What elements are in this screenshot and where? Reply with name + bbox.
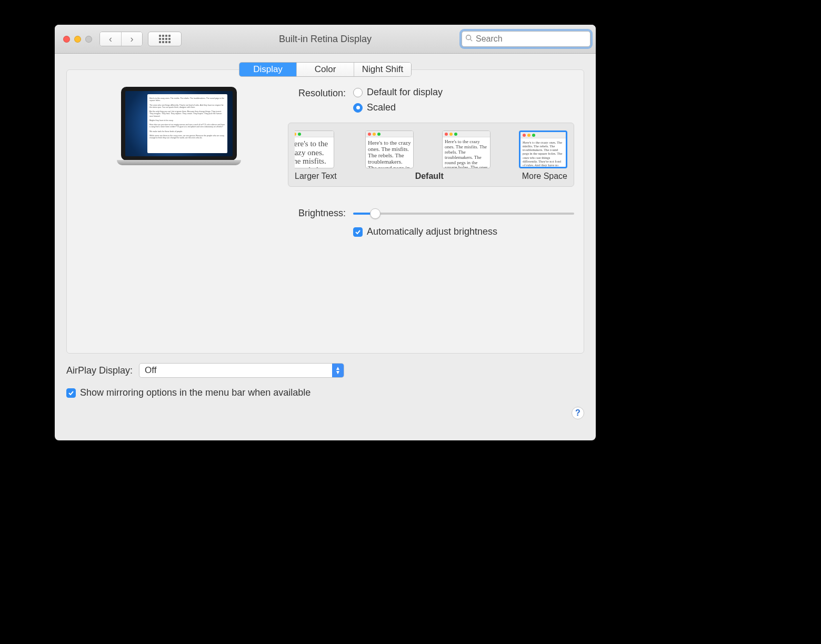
brightness-row: Brightness: <box>288 208 574 219</box>
mirroring-row[interactable]: Show mirroring options in the menu bar w… <box>66 387 584 398</box>
resolution-option-default[interactable]: Here's to the crazy ones. The misfits. T… <box>442 130 490 168</box>
auto-brightness-row[interactable]: Automatically adjust brightness <box>353 226 574 237</box>
airplay-label: AirPlay Display: <box>66 365 133 376</box>
search-icon <box>465 34 473 44</box>
chevron-right-icon: › <box>131 34 134 45</box>
brightness-knob[interactable] <box>370 208 381 219</box>
device-preview: Here's to the crazy ones. The misfits. T… <box>76 84 282 237</box>
radio-label: Default for display <box>367 87 443 98</box>
nav-segment: ‹ › <box>99 32 143 46</box>
auto-brightness-checkbox[interactable] <box>353 227 363 237</box>
close-window-button[interactable] <box>63 36 70 43</box>
minimize-window-button[interactable] <box>74 36 81 43</box>
traffic-lights <box>63 36 92 43</box>
scale-label-left: Larger Text <box>295 172 337 181</box>
help-button[interactable]: ? <box>572 407 584 419</box>
tab-bar: Display Color Night Shift <box>239 62 412 77</box>
radio-scaled[interactable]: Scaled <box>353 102 443 113</box>
search-input[interactable] <box>475 34 587 44</box>
preferences-window: ‹ › Built-in Retina Display Display Colo… <box>55 25 596 440</box>
svg-point-0 <box>466 35 471 40</box>
content: Display Color Night Shift Here's to the … <box>55 54 596 408</box>
forward-button[interactable]: › <box>121 32 142 46</box>
airplay-row: AirPlay Display: Off ▲▼ <box>66 363 584 378</box>
toolbar: ‹ › Built-in Retina Display <box>55 25 596 54</box>
zoom-window-button[interactable] <box>85 36 92 43</box>
resolution-option-more-space[interactable]: Here's to the crazy ones. The misfits. T… <box>519 130 567 168</box>
auto-brightness-label: Automatically adjust brightness <box>367 226 497 237</box>
scale-label-default: Default <box>415 172 444 181</box>
resolution-option-larger-text[interactable]: Here's to the crazy ones. The misfits. T… <box>295 130 337 168</box>
tab-night-shift[interactable]: Night Shift <box>354 63 411 76</box>
resolution-option-2[interactable]: Here's to the crazy ones. The misfits. T… <box>365 130 414 168</box>
mirroring-label: Show mirroring options in the menu bar w… <box>80 387 311 398</box>
brightness-slider[interactable] <box>353 208 574 219</box>
resolution-label: Resolution: <box>288 87 346 99</box>
radio-label: Scaled <box>367 102 396 113</box>
select-stepper-icon: ▲▼ <box>332 364 344 377</box>
svg-line-1 <box>470 39 473 42</box>
brightness-label: Brightness: <box>288 208 346 219</box>
mirroring-checkbox[interactable] <box>66 388 76 398</box>
resolution-section: Resolution: Default for display Scaled <box>288 84 574 237</box>
back-button[interactable]: ‹ <box>100 32 121 46</box>
scaled-resolution-picker: Here's to the crazy ones. The misfits. T… <box>288 123 574 187</box>
preview-window: Here's to the crazy ones. The misfits. T… <box>147 94 227 153</box>
airplay-select[interactable]: Off ▲▼ <box>139 363 344 378</box>
radio-default-for-display[interactable]: Default for display <box>353 87 443 98</box>
scale-label-right: More Space <box>522 172 567 181</box>
show-all-button[interactable] <box>148 32 182 46</box>
grid-icon <box>159 35 171 43</box>
airplay-value: Off <box>139 365 162 376</box>
search-field[interactable] <box>462 31 590 47</box>
chevron-left-icon: ‹ <box>109 34 112 45</box>
tab-display[interactable]: Display <box>239 63 296 76</box>
tab-color[interactable]: Color <box>296 63 354 76</box>
display-panel: Here's to the crazy ones. The misfits. T… <box>66 69 584 354</box>
